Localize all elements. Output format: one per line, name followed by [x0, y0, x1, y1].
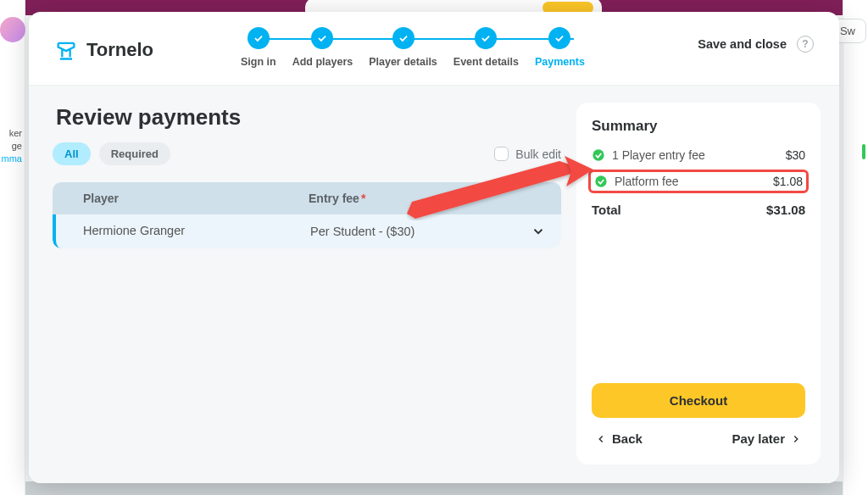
- col-player: Player: [53, 182, 297, 214]
- brand: Tornelo: [54, 38, 153, 62]
- check-icon: [248, 27, 270, 49]
- avatar: [0, 17, 25, 42]
- check-circle-icon: [594, 175, 608, 188]
- save-and-close-button[interactable]: Save and close: [698, 37, 787, 51]
- pay-later-button[interactable]: Pay later: [728, 426, 805, 451]
- filter-all[interactable]: All: [53, 142, 91, 165]
- summary-line-entry-fee: 1 Player entry fee $30: [592, 147, 805, 164]
- step-add-players[interactable]: Add players: [292, 27, 353, 68]
- entry-fee-value: Per Student - ($30): [310, 225, 415, 238]
- bg-text: ker ge: [0, 127, 25, 153]
- bg-bottom: [25, 481, 843, 495]
- brand-icon: [54, 38, 78, 62]
- chevron-down-icon[interactable]: [531, 224, 546, 239]
- filter-required[interactable]: Required: [99, 142, 170, 165]
- bg-link: mma: [0, 153, 25, 164]
- check-icon: [475, 27, 497, 49]
- bulk-edit-toggle[interactable]: Bulk edit: [494, 147, 561, 161]
- summary-total: Total $31.08: [592, 203, 805, 217]
- payments-modal: Tornelo Sign in Add players Player detai…: [29, 12, 839, 483]
- checkbox-icon: [494, 147, 509, 161]
- chevron-right-icon: [790, 433, 802, 445]
- summary-title: Summary: [592, 118, 805, 135]
- summary-line-platform-fee: Platform fee $1.08: [588, 170, 809, 193]
- step-player-details[interactable]: Player details: [369, 27, 437, 68]
- checkout-button[interactable]: Checkout: [592, 383, 805, 418]
- summary-panel: Summary 1 Player entry fee $30 Platform …: [576, 103, 821, 464]
- step-event-details[interactable]: Event details: [453, 27, 519, 68]
- col-entry-fee: Entry fee*: [297, 182, 561, 214]
- svg-point-0: [593, 149, 604, 160]
- page-title: Review payments: [56, 104, 561, 131]
- table-row[interactable]: Hermione Granger Per Student - ($30): [53, 214, 561, 248]
- check-icon: [392, 27, 415, 49]
- brand-name: Tornelo: [86, 39, 153, 61]
- required-asterisk: *: [361, 192, 365, 205]
- player-name: Hermione Granger: [56, 214, 298, 248]
- step-signin[interactable]: Sign in: [241, 27, 276, 68]
- step-payments[interactable]: Payments: [535, 27, 585, 68]
- players-table: Player Entry fee* Hermione Granger Per S…: [53, 182, 561, 248]
- chevron-left-icon: [595, 433, 607, 445]
- stepper: Sign in Add players Player details Event…: [241, 27, 585, 68]
- back-button[interactable]: Back: [592, 426, 646, 451]
- check-icon: [548, 27, 570, 49]
- check-circle-icon: [592, 148, 605, 162]
- check-icon: [311, 27, 333, 49]
- svg-point-1: [595, 175, 606, 186]
- status-stripe: [862, 144, 865, 159]
- help-icon[interactable]: ?: [797, 36, 814, 53]
